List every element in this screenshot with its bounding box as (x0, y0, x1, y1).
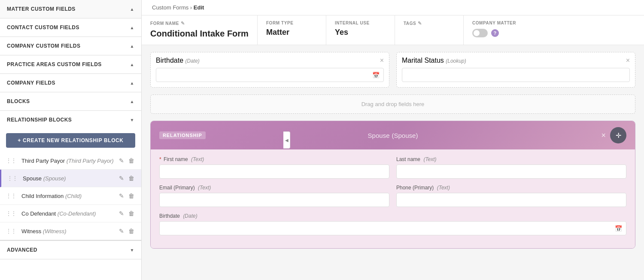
field-input-marital[interactable] (402, 68, 630, 82)
rel-item-label-third-party: Third Party Payor (Third Party Payor) (21, 158, 115, 164)
rel-item-actions-third-party: ✎ 🗑 (118, 156, 135, 165)
sidebar-section-header-contact[interactable]: CONTACT CUSTOM FIELDS ▲ (0, 18, 141, 37)
edit-rel-witness-button[interactable]: ✎ (118, 227, 125, 235)
rel-block-title: Spouse (Spouse) (368, 131, 418, 140)
arrow-icon-company-custom: ▲ (130, 44, 134, 49)
sidebar-section-header-company-custom[interactable]: COMPANY CUSTOM FIELDS ▲ (0, 37, 141, 55)
arrow-icon-rel-blocks: ▼ (130, 118, 134, 122)
rel-block-body: * First name (Text) Last name (Text) (151, 149, 635, 248)
rel-item-label-child: Child Information (Child) (21, 193, 115, 199)
rel-field-first-name: * First name (Text) (159, 156, 389, 179)
calendar-icon-rel-birthdate: 📅 (615, 225, 622, 232)
form-body: Birthdate (Date) × 📅 Marital Status (Loo… (142, 45, 644, 256)
field-type-email: (Text) (198, 185, 211, 191)
create-relationship-block-button[interactable]: + CREATE NEW RELATIONSHIP BLOCK (6, 133, 135, 148)
drag-handle-co-defendant[interactable]: ⋮⋮ (6, 210, 16, 216)
form-name-value: Conditional Intake Form (150, 29, 249, 39)
sidebar-section-label-practice: PRACTICE AREAS CUSTOM FIELDS (7, 61, 102, 67)
rel-item-actions-child: ✎ 🗑 (118, 192, 135, 200)
main-content: Custom Forms › Edit FORM NAME ✎ Conditio… (142, 0, 644, 280)
edit-rel-child-button[interactable]: ✎ (118, 192, 125, 200)
arrow-icon-matter: ▲ (130, 7, 134, 12)
field-card-header-marital: Marital Status (Lookup) × (402, 57, 630, 64)
sidebar-section-header-matter[interactable]: MATTER CUSTOM FIELDS ▲ (0, 0, 141, 18)
field-card-title-marital: Marital Status (Lookup) (402, 57, 466, 64)
form-header-tags: TAGS ✎ (395, 15, 464, 45)
rel-block-header: RELATIONSHIP Spouse (Spouse) × ✛ (151, 121, 635, 149)
delete-rel-witness-button[interactable]: 🗑 (128, 227, 135, 235)
rel-field-input-email[interactable] (159, 193, 389, 207)
help-icon[interactable]: ? (491, 29, 499, 37)
rel-field-label-email: Email (Primary) (Text) (159, 185, 389, 191)
field-input-birthdate[interactable] (156, 68, 384, 82)
edit-rel-co-defendant-button[interactable]: ✎ (118, 209, 125, 218)
arrow-icon-advanced: ▼ (130, 248, 134, 253)
edit-rel-third-party-button[interactable]: ✎ (118, 156, 125, 165)
rel-item-co-defendant: ⋮⋮ Co Defendant (Co-Defendant) ✎ 🗑 (0, 205, 141, 222)
field-card-type-birthdate: (Date) (185, 58, 200, 64)
rel-field-input-birthdate[interactable] (159, 221, 626, 235)
delete-rel-co-defendant-button[interactable]: 🗑 (128, 209, 135, 218)
arrow-icon-blocks: ▲ (130, 99, 134, 104)
rel-field-input-first-name[interactable] (159, 164, 389, 179)
drag-handle-third-party[interactable]: ⋮⋮ (6, 158, 16, 164)
rel-item-sublabel-third-party: (Third Party Payor) (67, 158, 114, 164)
rel-field-input-last-name[interactable] (396, 164, 626, 179)
fields-row: Birthdate (Date) × 📅 Marital Status (Loo… (150, 52, 635, 88)
drag-handle-child[interactable]: ⋮⋮ (6, 193, 16, 199)
sidebar-section-relationship-blocks: RELATIONSHIP BLOCKS ▼ + CREATE NEW RELAT… (0, 111, 141, 240)
field-card-close-marital[interactable]: × (626, 57, 630, 64)
rel-item-child: ⋮⋮ Child Information (Child) ✎ 🗑 (0, 187, 141, 205)
sidebar-section-header-advanced[interactable]: ADVANCED ▼ (0, 241, 141, 259)
rel-fields-row-2: Email (Primary) (Text) Phone (Primary) (… (159, 185, 626, 207)
internal-use-label: INTERNAL USE (335, 21, 386, 25)
company-matter-toggle[interactable] (472, 29, 488, 37)
form-name-edit-icon[interactable]: ✎ (181, 21, 185, 26)
required-indicator-first-name: * (159, 156, 161, 162)
form-header: FORM NAME ✎ Conditional Intake Form FORM… (142, 15, 644, 45)
rel-field-input-phone[interactable] (396, 193, 626, 207)
sidebar-collapse-button[interactable]: ◀ (283, 131, 290, 149)
delete-rel-child-button[interactable]: 🗑 (128, 192, 135, 200)
calendar-icon-birthdate: 📅 (372, 72, 380, 79)
breadcrumb-parent-link[interactable]: Custom Forms (152, 4, 188, 11)
sidebar-section-label-company-fields: COMPANY FIELDS (7, 80, 55, 86)
delete-rel-spouse-button[interactable]: 🗑 (128, 174, 135, 183)
sidebar-section-header-rel-blocks[interactable]: RELATIONSHIP BLOCKS ▼ (0, 111, 141, 129)
rel-field-birthdate: Birthdate (Date) 📅 (159, 213, 626, 235)
relationship-block-spouse: RELATIONSHIP Spouse (Spouse) × ✛ * (150, 121, 635, 249)
rel-item-third-party-payor: ⋮⋮ Third Party Payor (Third Party Payor)… (0, 152, 141, 170)
field-card-close-birthdate[interactable]: × (380, 57, 384, 64)
rel-fields-row-1: * First name (Text) Last name (Text) (159, 156, 626, 179)
rel-block-close-button[interactable]: × (601, 131, 606, 139)
form-header-form-name: FORM NAME ✎ Conditional Intake Form (142, 15, 258, 45)
rel-field-label-first-name: * First name (Text) (159, 156, 389, 162)
tags-label: TAGS ✎ (404, 21, 455, 26)
field-type-last-name: (Text) (423, 156, 436, 162)
form-name-label: FORM NAME ✎ (150, 21, 249, 26)
tags-edit-icon[interactable]: ✎ (418, 21, 422, 26)
edit-rel-spouse-button[interactable]: ✎ (118, 174, 125, 183)
rel-item-label-co-defendant: Co Defendant (Co-Defendant) (21, 210, 115, 217)
rel-item-sublabel-co-defendant: (Co-Defendant) (58, 210, 96, 217)
rel-field-input-wrap-birthdate: 📅 (159, 221, 626, 235)
delete-rel-third-party-button[interactable]: 🗑 (128, 156, 135, 165)
sidebar-section-label-contact: CONTACT CUSTOM FIELDS (7, 24, 79, 30)
form-type-value: Matter (266, 28, 317, 37)
drag-handle-spouse[interactable]: ⋮⋮ (7, 175, 18, 181)
rel-field-email: Email (Primary) (Text) (159, 185, 389, 207)
sidebar-section-blocks: BLOCKS ▲ (0, 92, 141, 111)
field-card-marital-status: Marital Status (Lookup) × (396, 52, 635, 88)
rel-field-label-phone: Phone (Primary) (Text) (396, 185, 626, 191)
rel-item-label-witness: Witness (Witness) (21, 228, 115, 234)
arrow-icon-practice: ▲ (130, 62, 134, 67)
drag-handle-witness[interactable]: ⋮⋮ (6, 228, 16, 234)
rel-block-tag: RELATIONSHIP (159, 131, 206, 139)
sidebar-section-header-company-fields[interactable]: COMPANY FIELDS ▲ (0, 74, 141, 92)
sidebar-section-matter-custom-fields: MATTER CUSTOM FIELDS ▲ (0, 0, 141, 18)
rel-block-drag-handle[interactable]: ✛ (610, 127, 626, 143)
sidebar-section-header-practice[interactable]: PRACTICE AREAS CUSTOM FIELDS ▲ (0, 55, 141, 73)
rel-field-label-birthdate: Birthdate (Date) (159, 213, 626, 219)
arrow-icon-company-fields: ▲ (130, 81, 134, 85)
sidebar-section-header-blocks[interactable]: BLOCKS ▲ (0, 92, 141, 110)
